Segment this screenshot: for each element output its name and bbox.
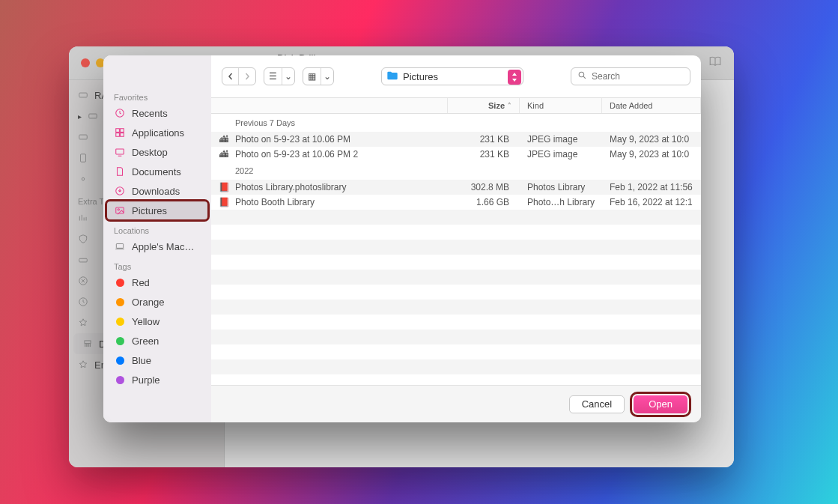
tag-dot-icon	[114, 298, 126, 306]
grid-view-icon[interactable]: ▦	[303, 68, 321, 85]
tag-blue[interactable]: Blue	[103, 350, 211, 370]
tag-dot-icon	[114, 318, 126, 326]
folder-icon	[386, 70, 398, 83]
search-field[interactable]	[571, 67, 690, 85]
svg-rect-18	[116, 244, 123, 249]
open-panel: Favorites RecentsApplicationsDesktopDocu…	[103, 55, 701, 422]
file-kind: JPEG image	[520, 134, 602, 145]
clock-icon	[114, 108, 126, 118]
sidebar-item-downloads[interactable]: Downloads	[103, 181, 211, 201]
sidebar-item-apple-s-mac-[interactable]: Apple's Mac…	[103, 237, 211, 256]
sidebar-item-label: Purple	[132, 374, 160, 386]
table-group-header: Previous 7 Days	[211, 114, 701, 132]
file-icon: 🏙	[219, 134, 229, 145]
tag-purple[interactable]: Purple	[103, 370, 211, 389]
favorites-label: Favorites	[103, 87, 211, 103]
file-size: 231 KB	[448, 149, 520, 160]
nav-back-button[interactable]	[222, 68, 239, 85]
sort-ascending-icon: ˄	[508, 102, 511, 109]
svg-point-4	[82, 177, 85, 180]
chevron-down-icon[interactable]: ⌄	[321, 68, 333, 85]
updown-icon[interactable]	[508, 70, 521, 85]
cancel-button[interactable]: Cancel	[569, 395, 625, 413]
col-kind[interactable]: Kind	[520, 98, 602, 113]
table-row[interactable]: 📕Photos Library.photoslibrary302.8 MBPho…	[211, 180, 701, 195]
table-row[interactable]: 🏙Photo on 5-9-23 at 10.06 PM 2231 KBJPEG…	[211, 147, 701, 162]
svg-rect-0	[79, 93, 88, 97]
sidebar-item-label: Documents	[132, 166, 181, 177]
file-icon: 🏙	[219, 149, 229, 160]
name	[211, 98, 448, 113]
desktop-icon	[114, 147, 126, 157]
doc-icon	[114, 166, 126, 177]
sidebar-item-documents[interactable]: Documents	[103, 162, 211, 181]
open-button[interactable]: Open	[634, 395, 687, 413]
svg-rect-1	[89, 114, 97, 118]
tag-yellow[interactable]: Yellow	[103, 312, 211, 331]
file-icon: 📕	[219, 197, 229, 207]
sidebar-item-label: Red	[132, 277, 150, 288]
table-row-empty	[211, 255, 701, 270]
view-mode-grid[interactable]: ▦ ⌄	[303, 67, 334, 85]
table-header[interactable]: Size ˄ Kind Date Added	[211, 97, 701, 114]
table-row-empty	[211, 225, 701, 240]
table-row-empty	[211, 300, 701, 315]
table-row-empty	[211, 240, 701, 255]
file-kind: Photos Library	[520, 182, 602, 192]
location-label: Pictures	[403, 71, 438, 82]
apps-icon	[114, 127, 126, 138]
file-name: Photos Library.photoslibrary	[235, 182, 347, 192]
tag-orange[interactable]: Orange	[103, 292, 211, 312]
laptop-icon	[114, 241, 126, 252]
col-size[interactable]: Size ˄	[448, 98, 520, 113]
file-date: Feb 16, 2022 at 12:1	[602, 197, 701, 207]
sidebar-item-label: Blue	[132, 355, 151, 366]
svg-rect-2	[79, 135, 88, 139]
table-row-empty	[211, 359, 701, 374]
tag-red[interactable]: Red	[103, 273, 211, 292]
file-table: Size ˄ Kind Date Added Previous 7 Days🏙P…	[211, 97, 701, 385]
sidebar-item-desktop[interactable]: Desktop	[103, 142, 211, 162]
tag-dot-icon	[114, 376, 126, 384]
sidebar-item-recents[interactable]: Recents	[103, 103, 211, 123]
file-date: Feb 1, 2022 at 11:56	[602, 182, 701, 192]
tag-green[interactable]: Green	[103, 331, 211, 350]
table-row[interactable]: 📕Photo Booth Library1.66 GBPhoto…h Libra…	[211, 195, 701, 210]
list-view-icon[interactable]: ☰	[264, 68, 282, 85]
file-kind: Photo…h Library	[520, 197, 602, 207]
book-icon[interactable]	[708, 55, 722, 71]
table-row[interactable]: 🏙Photo on 5-9-23 at 10.06 PM231 KBJPEG i…	[211, 132, 701, 147]
close-icon[interactable]	[81, 58, 90, 67]
svg-rect-8	[85, 341, 91, 344]
sidebar-item-label: Recents	[132, 108, 168, 119]
file-date: May 9, 2023 at 10:0	[602, 149, 701, 160]
file-date: May 9, 2023 at 10:0	[602, 134, 701, 145]
svg-rect-10	[116, 129, 120, 133]
file-kind: JPEG image	[520, 149, 602, 160]
svg-rect-14	[116, 149, 124, 154]
search-input[interactable]	[592, 71, 701, 82]
col-date[interactable]: Date Added	[602, 98, 701, 113]
sidebar-item-label: Green	[132, 336, 159, 347]
chevron-down-icon[interactable]: ⌄	[282, 68, 294, 85]
file-size: 1.66 GB	[448, 197, 520, 207]
sidebar-item-label: Desktop	[132, 147, 168, 158]
svg-rect-3	[81, 154, 86, 163]
table-row-empty	[211, 315, 701, 330]
sidebar-item-applications[interactable]: Applications	[103, 123, 211, 142]
nav-forward-button[interactable]	[239, 68, 255, 85]
file-name: Photo Booth Library	[235, 197, 315, 207]
table-row-empty	[211, 210, 701, 225]
file-name: Photo on 5-9-23 at 10.06 PM	[235, 134, 350, 145]
file-icon: 📕	[219, 182, 229, 192]
svg-rect-13	[121, 133, 124, 137]
nav-back-forward[interactable]	[222, 67, 256, 85]
view-mode-list[interactable]: ☰ ⌄	[264, 67, 295, 85]
sidebar-item-label: Applications	[132, 127, 184, 139]
svg-rect-5	[79, 258, 88, 262]
sidebar-item-pictures[interactable]: Pictures	[106, 201, 208, 220]
location-popup[interactable]: Pictures	[381, 67, 523, 85]
file-name: Photo on 5-9-23 at 10.06 PM 2	[235, 149, 358, 160]
tag-dot-icon	[114, 279, 126, 287]
download-icon	[114, 186, 126, 196]
